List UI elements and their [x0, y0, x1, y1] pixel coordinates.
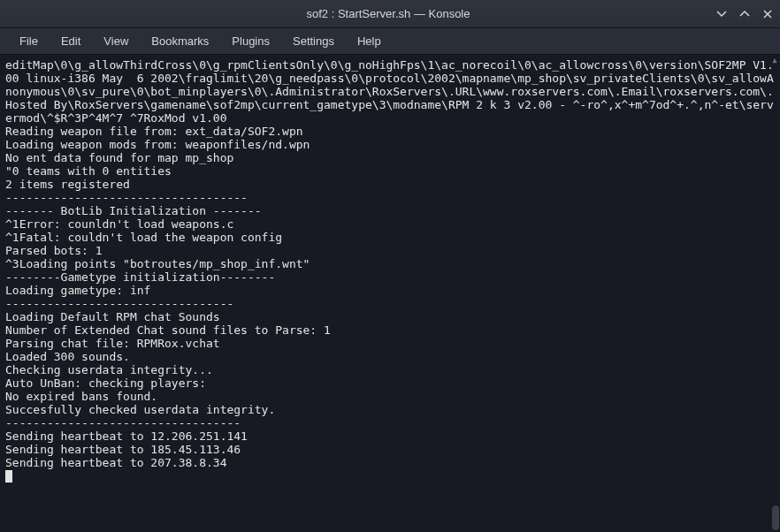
menu-bookmarks[interactable]: Bookmarks [141, 31, 219, 51]
menu-edit[interactable]: Edit [50, 31, 91, 51]
menu-settings[interactable]: Settings [282, 31, 345, 51]
titlebar: sof2 : StartServer.sh — Konsole [0, 0, 780, 28]
scrollbar[interactable]: ▲ [770, 55, 779, 532]
minimize-icon[interactable] [716, 9, 727, 19]
menubar: File Edit View Bookmarks Plugins Setting… [0, 28, 780, 55]
cursor [5, 470, 12, 483]
scroll-up-icon[interactable]: ▲ [771, 57, 778, 64]
scroll-thumb[interactable] [772, 505, 779, 530]
close-icon[interactable] [762, 9, 773, 19]
window-controls [716, 9, 773, 19]
maximize-icon[interactable] [739, 9, 750, 19]
window-title: sof2 : StartServer.sh — Konsole [60, 7, 716, 20]
menu-file[interactable]: File [9, 31, 49, 51]
terminal-output[interactable]: editMap\0\g_allowThirdCross\0\g_rpmClien… [0, 55, 780, 532]
menu-help[interactable]: Help [347, 31, 392, 51]
menu-view[interactable]: View [93, 31, 139, 51]
menu-plugins[interactable]: Plugins [221, 31, 280, 51]
